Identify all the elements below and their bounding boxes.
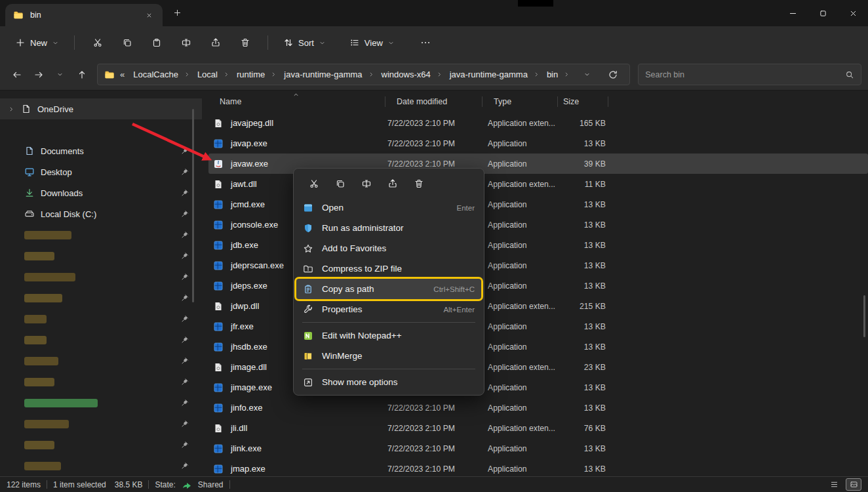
share-button[interactable] bbox=[202, 31, 229, 54]
breadcrumb-label[interactable]: Local bbox=[197, 70, 218, 79]
copy-button[interactable] bbox=[113, 31, 140, 54]
quick-rename-button[interactable] bbox=[357, 174, 376, 193]
sidebar-item-redacted[interactable] bbox=[0, 413, 202, 434]
delete-button[interactable] bbox=[231, 31, 258, 54]
file-row[interactable]: jlink.exe 7/22/2023 2:10 PM Application … bbox=[208, 438, 868, 459]
address-dropdown-icon[interactable] bbox=[577, 64, 597, 85]
file-row[interactable]: javajpeg.dll 7/22/2023 2:10 PM Applicati… bbox=[208, 113, 868, 133]
chevron-right-icon[interactable] bbox=[533, 71, 540, 78]
breadcrumb-item[interactable]: java-runtime-gamma bbox=[281, 70, 378, 79]
maximize-button[interactable] bbox=[808, 0, 838, 26]
sidebar-scrollbar[interactable] bbox=[192, 109, 194, 302]
column-header-size[interactable]: Size bbox=[558, 91, 608, 113]
menu-item-properties[interactable]: Properties Alt+Enter bbox=[296, 299, 481, 319]
view-button[interactable]: View bbox=[344, 31, 401, 54]
back-button[interactable] bbox=[7, 64, 27, 85]
tab-close-icon[interactable] bbox=[144, 10, 155, 21]
sidebar-item-redacted[interactable] bbox=[0, 245, 202, 266]
minimize-button[interactable] bbox=[778, 0, 808, 26]
new-button[interactable]: New bbox=[9, 31, 65, 54]
icons-view-button[interactable] bbox=[846, 478, 861, 491]
more-options-button[interactable] bbox=[412, 31, 439, 54]
sidebar-item-redacted[interactable] bbox=[0, 308, 202, 329]
sidebar-item-redacted[interactable] bbox=[0, 287, 202, 308]
breadcrumb-item[interactable]: runtime bbox=[233, 70, 281, 79]
quick-share-button[interactable] bbox=[383, 174, 402, 193]
sidebar-item-local-disk-c[interactable]: Local Disk (C:) bbox=[0, 203, 202, 224]
search-box[interactable] bbox=[638, 64, 861, 85]
refresh-button[interactable] bbox=[602, 64, 623, 85]
breadcrumb-label[interactable]: java-runtime-gamma bbox=[284, 70, 362, 79]
breadcrumb-overflow-button[interactable]: « bbox=[118, 70, 127, 79]
breadcrumb-label[interactable]: java-runtime-gamma bbox=[450, 70, 528, 79]
chevron-right-icon[interactable] bbox=[368, 71, 375, 78]
file-name: jawt.dll bbox=[231, 179, 257, 189]
chevron-right-icon[interactable] bbox=[223, 71, 230, 78]
new-tab-button[interactable] bbox=[173, 9, 182, 17]
forward-button[interactable] bbox=[28, 64, 49, 85]
cut-button[interactable] bbox=[84, 31, 111, 54]
breadcrumb-label[interactable]: LocalCache bbox=[133, 70, 178, 79]
menu-item-add-to-favorites[interactable]: Add to Favorites bbox=[296, 238, 481, 258]
breadcrumb-item[interactable]: windows-x64 bbox=[378, 70, 446, 79]
sidebar-item-desktop[interactable]: Desktop bbox=[0, 161, 202, 182]
quick-delete-button[interactable] bbox=[409, 174, 428, 193]
chevron-right-icon[interactable] bbox=[184, 71, 191, 78]
explorer-tab[interactable]: bin bbox=[5, 4, 163, 26]
column-header-type[interactable]: Type bbox=[483, 91, 558, 113]
breadcrumb-item[interactable]: java-runtime-gamma bbox=[446, 70, 543, 79]
column-header-date-modified[interactable]: Date modified bbox=[385, 91, 483, 113]
sidebar-item-redacted[interactable] bbox=[0, 371, 202, 392]
menu-item-show-more-options[interactable]: Show more options bbox=[296, 372, 481, 392]
quick-cut-button[interactable] bbox=[304, 174, 323, 193]
sidebar-item-redacted[interactable] bbox=[0, 350, 202, 371]
menu-item-edit-with-notepad[interactable]: Edit with Notepad++ bbox=[296, 325, 481, 346]
sidebar-item-redacted[interactable] bbox=[0, 329, 202, 350]
chevron-down-icon bbox=[52, 39, 59, 47]
expand-chevron-icon[interactable] bbox=[8, 106, 15, 113]
menu-item-winmerge[interactable]: WinMerge bbox=[296, 346, 481, 366]
chevron-right-icon[interactable] bbox=[563, 71, 570, 78]
paste-button[interactable] bbox=[143, 31, 170, 54]
file-row[interactable]: jinfo.exe 7/22/2023 2:10 PM Application … bbox=[208, 398, 868, 418]
redacted-label bbox=[24, 231, 71, 239]
menu-item-copy-as-path[interactable]: Copy as path Ctrl+Shift+C bbox=[296, 279, 481, 299]
rename-button[interactable] bbox=[172, 31, 199, 54]
sort-button[interactable]: Sort bbox=[277, 31, 332, 54]
recent-locations-button[interactable] bbox=[50, 64, 70, 85]
sidebar-item-onedrive[interactable]: OneDrive bbox=[0, 98, 202, 119]
breadcrumb-label[interactable]: bin bbox=[547, 70, 558, 79]
sidebar-item-redacted[interactable] bbox=[0, 392, 202, 413]
menu-item-run-as-administrator[interactable]: Run as administrator bbox=[296, 218, 481, 238]
menu-separator bbox=[302, 322, 475, 323]
file-row[interactable]: jli.dll 7/22/2023 2:10 PM Application ex… bbox=[208, 418, 868, 438]
breadcrumb-label[interactable]: windows-x64 bbox=[382, 70, 431, 79]
breadcrumb-label[interactable]: runtime bbox=[237, 70, 265, 79]
menu-item-open[interactable]: Open Enter bbox=[296, 197, 481, 218]
list-scrollbar[interactable] bbox=[863, 295, 865, 337]
file-row[interactable]: javap.exe 7/22/2023 2:10 PM Application … bbox=[208, 133, 868, 154]
sidebar-item-downloads[interactable]: Downloads bbox=[0, 182, 202, 203]
tab-title: bin bbox=[30, 10, 41, 20]
sidebar-item-redacted[interactable] bbox=[0, 455, 202, 476]
chevron-right-icon[interactable] bbox=[270, 71, 277, 78]
file-size: 13 KB bbox=[558, 403, 608, 413]
column-header-name[interactable]: Name bbox=[208, 91, 385, 113]
breadcrumb-item[interactable]: Local bbox=[194, 70, 233, 79]
chevron-right-icon[interactable] bbox=[436, 71, 443, 78]
sidebar-item-redacted[interactable] bbox=[0, 266, 202, 287]
address-bar[interactable]: « LocalCache Local runtime java-runtime-… bbox=[97, 64, 630, 85]
sidebar-item-documents[interactable]: Documents bbox=[0, 140, 202, 161]
close-button[interactable] bbox=[838, 0, 868, 26]
menu-item-compress-to-zip-file[interactable]: Compress to ZIP file bbox=[296, 258, 481, 279]
up-button[interactable] bbox=[71, 64, 92, 85]
search-input[interactable] bbox=[645, 70, 845, 79]
breadcrumb-item[interactable]: LocalCache bbox=[130, 70, 194, 79]
breadcrumb-item[interactable]: bin bbox=[543, 70, 574, 79]
sidebar-item-redacted[interactable] bbox=[0, 224, 202, 245]
quick-copy-button[interactable] bbox=[330, 174, 349, 193]
details-view-button[interactable] bbox=[826, 478, 842, 491]
sidebar-item-redacted[interactable] bbox=[0, 434, 202, 455]
file-date-modified: 7/22/2023 2:10 PM bbox=[385, 159, 483, 169]
file-row[interactable]: jmap.exe 7/22/2023 2:10 PM Application 1… bbox=[208, 459, 868, 476]
